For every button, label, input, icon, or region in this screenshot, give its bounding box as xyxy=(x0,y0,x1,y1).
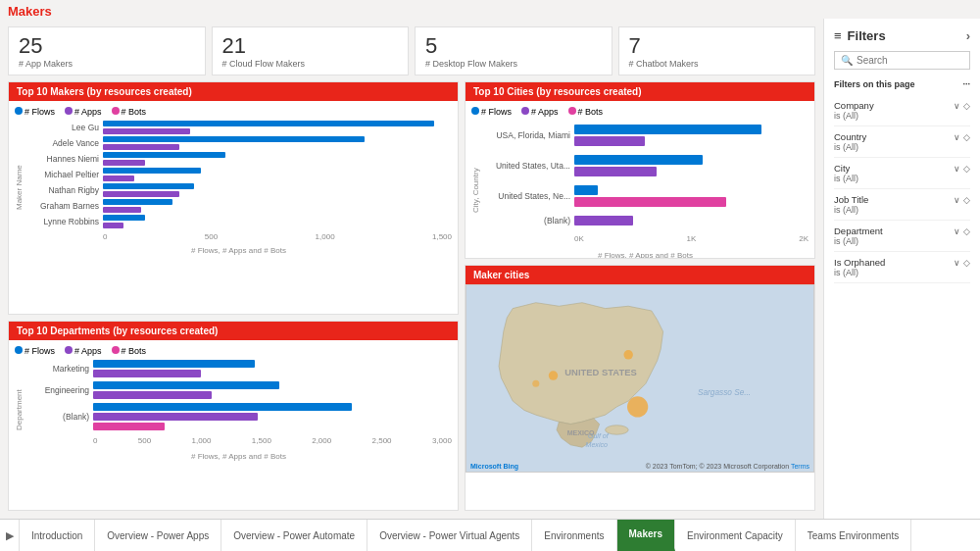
cities-y-axis: City, Country xyxy=(471,121,480,257)
maker-row-michaelpeltier: Michael Peltier xyxy=(25,168,452,181)
kpi-chatbot-makers: 7 # Chatbot Makers xyxy=(618,26,816,75)
svg-text:UNITED STATES: UNITED STATES xyxy=(564,367,636,377)
maker-row-grahambarnes: Graham Barnes xyxy=(25,199,452,213)
dept-x-label: # Flows, # Apps and # Bots xyxy=(25,452,452,461)
dept-x-axis: 05001,0001,5002,0002,5003,000 xyxy=(25,436,452,445)
kpi-cloud-flow-value: 21 xyxy=(222,33,399,59)
city-row-miami: USA, Florida, Miami xyxy=(482,125,808,146)
filters-panel: ≡ Filters › 🔍 Filters on this page ··· C… xyxy=(823,19,980,519)
cities-chart-title: Top 10 Cities (by resources created) xyxy=(466,82,814,101)
tab-overview-powervirtualagents[interactable]: Overview - Power Virtual Agents xyxy=(368,520,532,551)
svg-point-10 xyxy=(532,379,539,386)
tab-teams-environments[interactable]: Teams Environments xyxy=(796,520,911,551)
cities-legend: # Flows # Apps # Bots xyxy=(471,107,808,117)
filters-search-input[interactable] xyxy=(857,55,963,66)
kpi-chatbot-label: # Chatbot Makers xyxy=(629,59,806,69)
dept-apps-dot xyxy=(65,346,73,354)
svg-text:Sargasso Se...: Sargasso Se... xyxy=(698,388,751,397)
filter-city-chevron[interactable]: ∨ xyxy=(954,164,960,174)
flows-dot xyxy=(15,107,23,115)
filters-collapse-button[interactable]: › xyxy=(966,28,970,43)
filter-city-clear[interactable]: ◇ xyxy=(963,164,970,174)
makers-chart-title: Top 10 Makers (by resources created) xyxy=(9,82,458,101)
map-container: Sargasso Se... Gulf of Mexico UNITED STA… xyxy=(466,284,814,474)
tab-makers[interactable]: Makers xyxy=(617,520,675,551)
kpi-cloud-flow-makers: 21 # Cloud Flow Makers xyxy=(212,26,410,75)
dept-row-engineering: Engineering xyxy=(25,381,452,399)
city-row-utah: United States, Uta... xyxy=(482,155,808,176)
filters-title: ≡ Filters › xyxy=(834,28,970,43)
filters-more-icon[interactable]: ··· xyxy=(962,79,970,89)
makers-legend: # Flows # Apps # Bots xyxy=(15,107,452,117)
kpi-row: 25 # App Makers 21 # Cloud Flow Makers 5… xyxy=(8,26,815,75)
dept-bots-dot xyxy=(112,346,120,354)
makers-x-label: # Flows, # Apps and # Bots xyxy=(25,246,452,255)
city-row-ne: United States, Ne... xyxy=(482,185,808,207)
filter-department: Department ∨ ◇ is (All) xyxy=(834,221,970,252)
kpi-app-makers-label: # App Makers xyxy=(19,59,195,69)
kpi-desktop-flow-value: 5 xyxy=(425,33,602,59)
filter-dept-chevron[interactable]: ∨ xyxy=(954,226,960,236)
makers-chart: Top 10 Makers (by resources created) # F… xyxy=(8,81,459,314)
filter-orphaned-chevron[interactable]: ∨ xyxy=(954,258,960,268)
city-row-blank: (Blank) xyxy=(482,216,808,225)
bots-dot xyxy=(112,107,120,115)
filter-country-chevron[interactable]: ∨ xyxy=(954,132,960,142)
filter-jobtitle-clear[interactable]: ◇ xyxy=(963,195,970,205)
filter-jobtitle: Job Title ∨ ◇ is (All) xyxy=(834,189,970,221)
dept-legend: # Flows # Apps # Bots xyxy=(15,346,452,356)
svg-text:Mexico: Mexico xyxy=(586,441,608,448)
filter-isorphaned: Is Orphaned ∨ ◇ is (All) xyxy=(834,252,970,283)
search-icon: 🔍 xyxy=(841,55,853,66)
dept-row-blank: (Blank) xyxy=(25,403,452,430)
dept-y-axis: Department xyxy=(15,360,24,461)
kpi-app-makers: 25 # App Makers xyxy=(8,26,206,75)
cities-x-label: # Flows, # Apps and # Bots xyxy=(482,251,808,257)
cities-chart: Top 10 Cities (by resources created) # F… xyxy=(465,81,815,258)
kpi-cloud-flow-label: # Cloud Flow Makers xyxy=(222,59,399,69)
tab-environment-capacity[interactable]: Environment Capacity xyxy=(675,520,796,551)
tab-introduction[interactable]: Introduction xyxy=(20,520,95,551)
maker-cities-map-card: Maker cities xyxy=(465,265,815,511)
tab-overview-powerapps[interactable]: Overview - Power Apps xyxy=(95,520,221,551)
makers-x-axis: 05001,0001,500 xyxy=(25,232,452,241)
maker-row-lynnerobbins: Lynne Robbins xyxy=(25,215,452,228)
kpi-chatbot-value: 7 xyxy=(629,33,806,59)
tab-overview-powerautomate[interactable]: Overview - Power Automate xyxy=(221,520,368,551)
page-title: Makers xyxy=(8,4,52,19)
filter-dept-clear[interactable]: ◇ xyxy=(963,226,970,236)
kpi-app-makers-value: 25 xyxy=(19,33,195,59)
filter-icon: ≡ xyxy=(834,28,842,43)
svg-point-7 xyxy=(627,396,648,417)
maker-row-leegu: Lee Gu xyxy=(25,121,452,134)
kpi-desktop-flow-label: # Desktop Flow Makers xyxy=(425,59,602,69)
filter-company: Company ∨ ◇ is (All) xyxy=(834,95,970,126)
departments-chart-title: Top 10 Departments (by resources created… xyxy=(9,322,458,340)
svg-point-1 xyxy=(606,425,629,433)
tab-environments[interactable]: Environments xyxy=(532,520,616,551)
maker-row-adelevance: Adele Vance xyxy=(25,136,452,150)
departments-chart: Top 10 Departments (by resources created… xyxy=(8,321,459,511)
apps-dot xyxy=(65,107,73,115)
bottom-nav: ▶ Introduction Overview - Power Apps Ove… xyxy=(0,519,980,551)
filter-company-clear[interactable]: ◇ xyxy=(963,101,970,111)
kpi-desktop-flow-makers: 5 # Desktop Flow Makers xyxy=(415,26,612,75)
filter-country: Country ∨ ◇ is (All) xyxy=(834,126,970,158)
filter-orphaned-clear[interactable]: ◇ xyxy=(963,258,970,268)
filter-jobtitle-chevron[interactable]: ∨ xyxy=(954,195,960,205)
svg-point-9 xyxy=(623,350,632,359)
map-bing-logo: Microsoft Bing xyxy=(470,463,518,470)
dept-flows-dot xyxy=(15,346,23,354)
svg-text:MEXICO: MEXICO xyxy=(567,429,595,436)
nav-prev-button[interactable]: ▶ xyxy=(0,520,20,551)
svg-point-8 xyxy=(549,371,558,379)
filter-country-clear[interactable]: ◇ xyxy=(963,132,970,142)
map-terms-link[interactable]: Terms xyxy=(791,463,809,470)
map-title: Maker cities xyxy=(466,266,814,284)
cities-x-axis: 0K1K2K xyxy=(482,234,808,243)
maker-row-hannesniemi: Hannes Niemi xyxy=(25,152,452,166)
filter-company-chevron[interactable]: ∨ xyxy=(954,101,960,111)
makers-y-axis: Maker Name xyxy=(15,121,24,255)
filters-search-box[interactable]: 🔍 xyxy=(834,51,970,70)
dept-row-marketing: Marketing xyxy=(25,360,452,377)
